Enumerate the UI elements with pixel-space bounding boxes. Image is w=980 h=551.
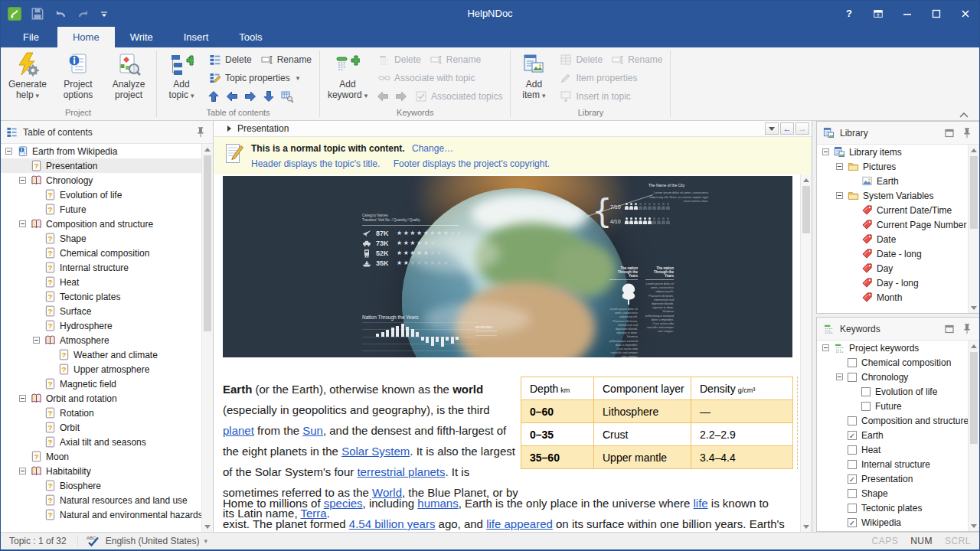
topic-link[interactable]: humans bbox=[417, 497, 458, 510]
keyword-checkbox[interactable]: ✓ bbox=[848, 518, 857, 527]
maximize-panel-icon[interactable] bbox=[943, 323, 956, 335]
toc-tree-item[interactable]: ?Axial tilt and seasons bbox=[0, 435, 201, 449]
tree-expander-icon[interactable] bbox=[822, 148, 829, 155]
collapse-ribbon-icon[interactable] bbox=[959, 108, 969, 116]
toc-tree-item[interactable]: ?Internal structure bbox=[0, 260, 201, 275]
keyword-tree-item[interactable]: Shape bbox=[817, 486, 968, 500]
keyword-checkbox[interactable] bbox=[848, 460, 857, 469]
tree-expander-icon[interactable] bbox=[19, 177, 26, 184]
topic-link[interactable]: Solar System bbox=[341, 445, 410, 458]
topic-caret-icon[interactable] bbox=[227, 126, 231, 132]
spellcheck-icon[interactable]: ABC bbox=[86, 535, 100, 547]
topic-link[interactable]: species bbox=[324, 497, 363, 510]
redo-icon[interactable] bbox=[77, 7, 90, 21]
toc-tree-item[interactable]: Orbit and rotation bbox=[0, 391, 201, 406]
tree-expander-icon[interactable] bbox=[19, 395, 26, 402]
topic-paragraph-2[interactable]: Home to millions of species, including h… bbox=[223, 493, 795, 532]
keyword-checkbox[interactable] bbox=[861, 402, 871, 411]
generate-help-button[interactable]: Generate help▾ bbox=[3, 49, 52, 101]
rename-item-button[interactable]: Rename bbox=[607, 52, 667, 67]
keyword-checkbox[interactable] bbox=[848, 445, 857, 455]
next-keyword-button[interactable] bbox=[392, 89, 410, 104]
table-row[interactable]: 35–60Upper mantle3.4–4.4 bbox=[521, 446, 793, 469]
analyze-project-button[interactable]: Analyze project bbox=[104, 49, 153, 100]
topic-forward-button[interactable]: → bbox=[795, 122, 809, 135]
tab-file[interactable]: File bbox=[5, 27, 57, 47]
tab-insert[interactable]: Insert bbox=[168, 27, 224, 47]
toc-tree-item[interactable]: Earth from Wikipedia bbox=[0, 144, 201, 158]
tree-expander-icon[interactable] bbox=[19, 220, 26, 227]
minimize-button[interactable] bbox=[893, 0, 922, 27]
table-header-row[interactable]: DepthkmComponent layerDensityg/cm³ bbox=[521, 377, 793, 400]
tree-expander-icon[interactable] bbox=[19, 468, 26, 474]
language-selector[interactable]: English (United States) bbox=[106, 536, 200, 546]
topic-link[interactable]: Sun bbox=[302, 424, 323, 437]
toc-tree-item[interactable]: ?Magnetic field bbox=[0, 377, 201, 391]
keyword-tree-item[interactable]: Project keywords bbox=[817, 341, 968, 355]
topic-link[interactable]: 4.54 billion years bbox=[349, 517, 436, 530]
tree-expander-icon[interactable] bbox=[836, 192, 843, 199]
add-keyword-button[interactable]: Add keyword▾ bbox=[323, 49, 372, 101]
close-button[interactable] bbox=[951, 0, 980, 27]
move-topic-up-button[interactable] bbox=[204, 89, 223, 104]
table-row[interactable]: 0–60Lithosphere— bbox=[521, 400, 793, 423]
help-button[interactable]: ? bbox=[835, 0, 864, 27]
keyword-tree-item[interactable]: Internal structure bbox=[817, 457, 968, 471]
library-tree-item[interactable]: Library items bbox=[817, 145, 968, 159]
toc-tree-item[interactable]: ?Heat bbox=[0, 275, 201, 289]
move-topic-right-button[interactable] bbox=[241, 89, 260, 104]
toc-tree-item[interactable]: ?Chemical composition bbox=[0, 246, 201, 260]
pin-icon[interactable] bbox=[961, 323, 973, 335]
rename-keyword-button[interactable]: Rename bbox=[426, 52, 485, 67]
library-tree-item[interactable]: Day bbox=[817, 261, 968, 276]
toc-tree-item[interactable]: ?Surface bbox=[0, 304, 201, 318]
keyword-checkbox[interactable]: ✓ bbox=[848, 474, 857, 484]
toc-search-button[interactable] bbox=[278, 89, 296, 104]
toc-tree-item[interactable]: ?Biosphere bbox=[0, 478, 201, 493]
library-tree-item[interactable]: Date - long bbox=[817, 246, 968, 261]
topic-back-button[interactable]: ← bbox=[780, 122, 794, 135]
keywords-scrollbar[interactable] bbox=[968, 341, 979, 531]
tab-home[interactable]: Home bbox=[57, 27, 115, 47]
keyword-tree-item[interactable]: Composition and structure bbox=[817, 413, 968, 428]
keyword-checkbox[interactable] bbox=[848, 504, 857, 513]
keyword-tree-item[interactable]: ✓Presentation bbox=[817, 471, 968, 486]
prev-keyword-button[interactable] bbox=[374, 89, 392, 104]
pin-icon[interactable] bbox=[961, 127, 973, 139]
delete-topic-button[interactable]: Delete bbox=[204, 52, 256, 67]
toc-tree-item[interactable]: Atmosphere bbox=[0, 333, 201, 347]
item-properties-button[interactable]: Item properties bbox=[555, 70, 642, 86]
toc-tree-item[interactable]: ?Shape bbox=[0, 231, 201, 246]
toc-tree-item[interactable]: ?Presentation bbox=[0, 158, 201, 173]
toc-tree-item[interactable]: Chronology bbox=[0, 173, 201, 187]
toc-tree-item[interactable]: ?Upper atmosphere bbox=[0, 362, 201, 377]
keyword-tree-item[interactable]: Chemical composition bbox=[817, 355, 968, 370]
tab-tools[interactable]: Tools bbox=[224, 27, 277, 47]
project-options-button[interactable]: Project options bbox=[54, 49, 103, 100]
keyword-tree-item[interactable]: Tectonic plates bbox=[817, 500, 968, 515]
ribbon-display-options-button[interactable] bbox=[864, 0, 893, 27]
toc-tree-item[interactable]: ?Evolution of life bbox=[0, 187, 201, 202]
associate-with-topic-button[interactable]: Associate with topic bbox=[374, 70, 479, 86]
tree-expander-icon[interactable] bbox=[822, 344, 829, 351]
move-topic-down-button[interactable] bbox=[260, 89, 278, 104]
library-tree-item[interactable]: Pictures bbox=[817, 159, 968, 174]
maximize-button[interactable] bbox=[922, 0, 951, 27]
add-topic-button[interactable]: Add topic▾ bbox=[160, 49, 203, 101]
note-header-link[interactable]: Header displays the topic's title. bbox=[251, 158, 380, 169]
keyword-tree-item[interactable]: Future bbox=[817, 399, 968, 413]
insert-in-topic-button[interactable]: Insert in topic bbox=[555, 89, 635, 104]
tree-expander-icon[interactable] bbox=[33, 337, 40, 344]
tree-expander-icon[interactable] bbox=[5, 148, 12, 155]
toc-tree-item[interactable]: ?Tectonic plates bbox=[0, 289, 201, 304]
toc-tree-item[interactable]: ?Hydrosphere bbox=[0, 318, 201, 333]
table-header-cell[interactable]: Densityg/cm³ bbox=[691, 377, 793, 400]
library-tree-item[interactable]: Earth bbox=[817, 174, 968, 188]
delete-keyword-button[interactable]: Delete bbox=[374, 52, 426, 67]
save-icon[interactable] bbox=[31, 7, 44, 21]
library-scrollbar[interactable] bbox=[968, 145, 979, 313]
move-topic-left-button[interactable] bbox=[223, 89, 241, 104]
topic-link[interactable]: life appeared bbox=[486, 517, 553, 530]
pin-icon[interactable] bbox=[194, 126, 207, 139]
keyword-tree-item[interactable]: ✓Wikipedia bbox=[817, 515, 968, 530]
